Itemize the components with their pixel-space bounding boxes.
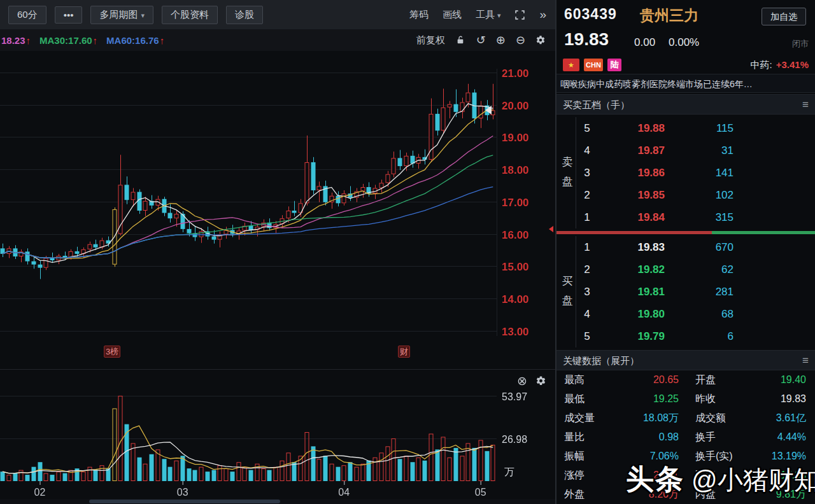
- ma-indicator-row: 18.23↑ MA30:17.60↑ MA60:16.76↑ 前复权 ↺ ⊕ ⊖: [0, 29, 555, 52]
- key-data-label: 换手(实): [679, 450, 756, 463]
- sector-change: +3.41%: [776, 59, 809, 70]
- more-tools-chevrons[interactable]: »: [539, 8, 546, 22]
- order-amount: 281: [665, 286, 734, 298]
- chn-market-badge: CHN: [584, 59, 603, 71]
- key-data-row: 最高20.65开盘19.40: [556, 370, 815, 389]
- key-data-label: 涨停: [556, 469, 618, 482]
- order-amount: 6: [665, 330, 734, 343]
- mainland-board-badge: 陆: [607, 59, 621, 71]
- draw-line-button[interactable]: 画线: [443, 9, 462, 21]
- news-ticker[interactable]: 咽喉疾病中成药喷雾剂医院终端市场已连续6年…: [556, 74, 815, 93]
- horizontal-scrollbar[interactable]: [0, 499, 555, 504]
- key-data-label: 换手: [679, 431, 756, 444]
- lock-icon[interactable]: [455, 35, 466, 46]
- close-pane-icon[interactable]: ⊗: [517, 375, 527, 387]
- order-amount: 670: [665, 241, 734, 254]
- order-price: 19.84: [598, 211, 665, 224]
- up-arrow-icon: ↑: [93, 35, 98, 46]
- tools-label: 工具: [476, 9, 495, 20]
- key-data-row: 量比0.98换手4.44%: [556, 428, 815, 447]
- key-data-grid: 最高20.65开盘19.40最低19.25昨收19.83成交量18.08万成交额…: [556, 370, 815, 504]
- stock-tag-row: ★ CHN 陆 中药:+3.41%: [556, 56, 815, 74]
- key-data-row: 成交量18.08万成交额3.61亿: [556, 409, 815, 428]
- key-data-label: 成交额: [679, 412, 756, 425]
- key-data-row: 最低19.25昨收19.83: [556, 389, 815, 409]
- gear-icon[interactable]: [535, 375, 546, 386]
- key-data-label: 最低: [556, 393, 618, 406]
- order-price: 19.80: [598, 308, 665, 321]
- diagnose-stock-button[interactable]: 诊股: [226, 6, 263, 24]
- zoom-in-icon[interactable]: ⊕: [496, 34, 506, 46]
- order-book-row[interactable]: 519.88115: [576, 117, 815, 139]
- current-price-arrow: [485, 106, 492, 115]
- sell-order-book: 卖盘 519.88115419.8731319.86141219.8510211…: [556, 117, 815, 230]
- financial-report-badge[interactable]: 财: [398, 346, 410, 358]
- zoom-out-icon[interactable]: ⊖: [516, 34, 525, 46]
- key-data-row: 外盘8.26万内盘9.81万: [556, 485, 815, 504]
- up-arrow-icon: ↑: [160, 35, 165, 46]
- order-book-row[interactable]: 119.83670: [576, 236, 815, 258]
- stock-name: 贵州三力: [640, 6, 698, 25]
- order-book-row[interactable]: 119.84315: [576, 206, 815, 228]
- order-amount: 62: [665, 263, 734, 276]
- fullscreen-icon[interactable]: [514, 10, 525, 20]
- key-data-value: 21.81: [618, 470, 679, 481]
- key-data-value: 17.85: [756, 470, 815, 481]
- order-book-row[interactable]: 219.85102: [576, 184, 815, 206]
- key-data-label: 振幅: [556, 450, 618, 463]
- key-data-value: 0.98: [618, 431, 679, 443]
- key-data-label: 开盘: [679, 374, 756, 387]
- add-watchlist-button[interactable]: 加自选: [762, 8, 806, 25]
- tools-menu-button[interactable]: 工具▾: [476, 9, 501, 21]
- hamburger-menu-icon[interactable]: ≡: [802, 95, 809, 115]
- multi-period-label: 多周期图: [99, 9, 138, 20]
- scrollbar-thumb[interactable]: [89, 500, 280, 503]
- buy-ratio-segment: [712, 231, 815, 234]
- multi-period-chart-button[interactable]: 多周期图▾: [90, 6, 153, 24]
- order-book-row[interactable]: 319.86141: [576, 162, 815, 184]
- order-level: 1: [576, 211, 598, 224]
- undo-icon[interactable]: ↺: [476, 34, 486, 46]
- key-data-value: 19.83: [756, 393, 815, 405]
- order-amount: 141: [665, 167, 734, 179]
- up-arrow-icon: ↑: [26, 35, 31, 46]
- order-price: 19.81: [598, 286, 665, 298]
- chart-pane: 60分 ••• 多周期图▾ 个股资料 诊股 筹码 画线 工具▾ » 18.23↑…: [0, 0, 555, 504]
- hamburger-menu-icon[interactable]: ≡: [802, 351, 809, 371]
- order-price: 19.82: [598, 263, 665, 276]
- sector-quote[interactable]: 中药:+3.41%: [751, 59, 809, 71]
- order-book-title: 买卖五档（手）: [563, 99, 630, 110]
- stock-code: 603439: [564, 6, 617, 23]
- period-button-60min[interactable]: 60分: [8, 6, 46, 24]
- order-amount: 31: [665, 144, 734, 157]
- order-book-row[interactable]: 419.8068: [576, 303, 815, 325]
- order-book-row[interactable]: 519.796: [576, 325, 815, 347]
- key-data-value: 7.06%: [618, 451, 679, 462]
- key-data-label: 量比: [556, 431, 618, 444]
- key-data-label: 跌停: [679, 469, 756, 482]
- order-book-section-header[interactable]: 买卖五档（手） ≡: [556, 94, 815, 115]
- kline-canvas[interactable]: [0, 51, 555, 369]
- key-data-section-header[interactable]: 关键数据（展开） ≡: [556, 350, 815, 370]
- gear-icon[interactable]: [535, 35, 546, 46]
- order-book-row[interactable]: 319.81281: [576, 281, 815, 303]
- key-data-value: 3.61亿: [756, 412, 815, 425]
- hot-list-badge[interactable]: 3榜: [104, 346, 120, 358]
- price-change-pct: 0.00%: [669, 36, 699, 49]
- forward-adjust-button[interactable]: 前复权: [416, 34, 445, 46]
- order-price: 19.85: [598, 189, 665, 202]
- market-status: 闭市: [792, 38, 809, 50]
- china-flag-badge: ★: [563, 59, 579, 71]
- quote-panel: 603439 贵州三力 加自选 19.83 0.00 0.00% 闭市 ★ CH…: [555, 0, 815, 504]
- key-data-value: 20.65: [618, 374, 679, 386]
- order-book-row[interactable]: 419.8731: [576, 139, 815, 162]
- stock-info-button[interactable]: 个股资料: [162, 6, 218, 24]
- order-level: 2: [576, 189, 598, 202]
- key-data-value: 19.40: [756, 374, 815, 386]
- key-data-label: 昨收: [679, 393, 756, 406]
- key-data-value: 4.44%: [756, 431, 815, 443]
- volume-canvas[interactable]: [0, 370, 555, 500]
- order-book-row[interactable]: 219.8262: [576, 258, 815, 281]
- more-periods-button[interactable]: •••: [55, 6, 83, 24]
- chip-distribution-button[interactable]: 筹码: [409, 9, 429, 21]
